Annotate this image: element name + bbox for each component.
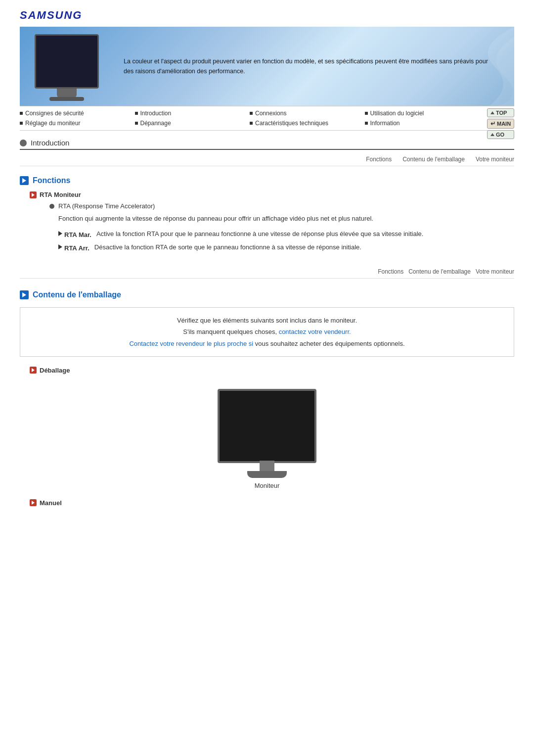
top-button-label: TOP [496, 110, 507, 116]
deballage-title-text: Déballage [40, 367, 70, 374]
rta-item-text: RTA (Response Time Accelerator) [58, 202, 155, 210]
page-tab-label: Introduction [31, 139, 69, 147]
rta-mar-item: RTA Mar. Active la fonction RTA pour que… [58, 229, 514, 240]
fonctions-title-text: Fonctions [33, 176, 70, 185]
sub-nav-sep-2 [469, 156, 471, 163]
section-contenu: Contenu de l'emballage [20, 290, 514, 299]
nav-item-caracteristiques[interactable]: Caractéristiques techniques [250, 119, 365, 127]
sub-nav-contenu-link[interactable]: Contenu de l'emballage [402, 156, 465, 163]
nav-label-connexions: Connexions [255, 110, 286, 117]
nav-label-introduction: Introduction [140, 110, 172, 117]
nav-bullet-6 [250, 122, 253, 125]
info-box: Vérifiez que les éléments suivants sont … [20, 307, 514, 357]
rta-mar-label: RTA Mar. [64, 230, 91, 240]
nav-label-information: Information [370, 120, 400, 127]
bottom-sub-nav-1: Fonctions Contenu de l'emballage Votre m… [20, 268, 514, 279]
nav-bullet-5 [250, 112, 253, 115]
main-icon: ↵ [490, 120, 495, 127]
bottom-nav-sep-2 [472, 268, 474, 275]
sub-nav-top: Fonctions Contenu de l'emballage Votre m… [20, 156, 514, 166]
contenu-title-text: Contenu de l'emballage [33, 290, 121, 299]
page-tab-row: Introduction [20, 139, 514, 150]
banner-monitor-screen [35, 34, 99, 89]
nav-bullet-4 [135, 122, 138, 125]
rta-moniteur-title-text: RTA Moniteur [40, 191, 81, 198]
rta-subsection: RTA Moniteur RTA (Response Time Accelera… [30, 191, 514, 253]
main-button-label: MAIN [497, 121, 511, 127]
deballage-subsection: Déballage [30, 367, 514, 374]
nav-col-2: Introduction Dépannage [135, 109, 250, 127]
rta-arrow-list: RTA Mar. Active la fonction RTA pour que… [58, 229, 514, 253]
nav-bullet-1 [20, 112, 23, 115]
banner: La couleur et l'aspect du produit peuven… [20, 27, 514, 106]
nav-label-consignes: Consignes de sécurité [25, 110, 84, 117]
rta-bullet [49, 204, 54, 209]
top-button[interactable]: TOP [487, 108, 514, 117]
rta-mar-marker: RTA Mar. [58, 229, 91, 240]
bottom-nav-contenu-link[interactable]: Contenu de l'emballage [408, 268, 471, 275]
rta-mar-arrow-icon [58, 231, 62, 236]
bottom-nav-sep-1 [405, 268, 407, 275]
main-button[interactable]: ↵ MAIN [487, 119, 514, 129]
section-fonctions: Fonctions RTA Moniteur RTA (Response Tim… [20, 176, 514, 253]
sub-nav-sep-1 [397, 156, 398, 163]
rta-arr-content: Désactive la fonction RTA de sorte que l… [94, 242, 514, 253]
manuel-title-row: Manuel [30, 499, 514, 507]
nav-item-connexions[interactable]: Connexions [250, 109, 365, 117]
nav-item-information[interactable]: Information [365, 119, 480, 127]
contact-reseller-link[interactable]: Contactez votre revendeur le plus proche… [129, 340, 253, 347]
bottom-nav-moniteur-link[interactable]: Votre moniteur [476, 268, 514, 275]
sub-nav-fonctions-link[interactable]: Fonctions [366, 156, 392, 163]
rta-moniteur-title-row: RTA Moniteur [30, 191, 514, 198]
banner-decoration [415, 27, 514, 106]
nav-item-depannage[interactable]: Dépannage [135, 119, 250, 127]
deballage-title-row: Déballage [30, 367, 514, 374]
rta-description: Fonction qui augmente la vitesse de répo… [58, 214, 514, 224]
info-line-3: Contactez votre revendeur le plus proche… [30, 338, 504, 349]
nav-label-caracteristiques: Caractéristiques techniques [255, 120, 328, 127]
info-line-1: Vérifiez que les éléments suivants sont … [30, 315, 504, 326]
rta-arr-arrow-icon [58, 244, 62, 249]
rta-arr-marker: RTA Arr. [58, 242, 89, 253]
nav-item-consignes[interactable]: Consignes de sécurité [20, 109, 135, 117]
go-arrow-icon [490, 133, 494, 136]
info-line-2: S'ils manquent quelques choses, contacte… [30, 326, 504, 337]
contenu-section-icon [20, 290, 29, 299]
monitor-image-container: Moniteur [0, 389, 534, 489]
fonctions-section-icon [20, 176, 29, 185]
contenu-title-row: Contenu de l'emballage [20, 290, 514, 299]
monitor-stand-base [247, 471, 287, 478]
page-tab-icon [20, 140, 27, 146]
nav-col-3: Connexions Caractéristiques techniques [250, 109, 365, 127]
nav-bullet-3 [135, 112, 138, 115]
section-deballage: Déballage [20, 367, 514, 374]
sub-nav-moniteur-link[interactable]: Votre moniteur [476, 156, 514, 163]
bottom-nav-fonctions-link[interactable]: Fonctions [378, 268, 403, 275]
navigation-bar: Consignes de sécurité Réglage du moniteu… [20, 106, 514, 131]
go-button-label: GO [496, 132, 504, 138]
top-arrow-icon [490, 111, 494, 114]
nav-bullet-8 [365, 122, 368, 125]
nav-label-reglage: Réglage du moniteur [25, 120, 80, 127]
rta-item: RTA (Response Time Accelerator) [49, 202, 514, 210]
manuel-subsection: Manuel [30, 499, 514, 507]
samsung-logo: SAMSUNG [20, 9, 514, 22]
rta-arr-item: RTA Arr. Désactive la fonction RTA de so… [58, 242, 514, 253]
manuel-icon [30, 499, 37, 506]
nav-label-depannage: Dépannage [140, 120, 171, 127]
banner-monitor-image [30, 32, 109, 101]
rta-arr-label: RTA Arr. [64, 243, 89, 253]
fonctions-title-row: Fonctions [20, 176, 514, 185]
manuel-title-text: Manuel [40, 499, 62, 507]
nav-label-utilisation: Utilisation du logiciel [370, 110, 424, 117]
rta-mar-content: Active la fonction RTA pour que le panne… [96, 229, 514, 240]
contact-vendor-link[interactable]: contactez votre vendeurr. [279, 328, 351, 335]
nav-item-introduction[interactable]: Introduction [135, 109, 250, 117]
nav-item-utilisation[interactable]: Utilisation du logiciel [365, 109, 480, 117]
banner-monitor-base [49, 97, 84, 101]
nav-item-reglage[interactable]: Réglage du moniteur [20, 119, 135, 127]
nav-col-1: Consignes de sécurité Réglage du moniteu… [20, 109, 135, 127]
go-button[interactable]: GO [487, 130, 514, 139]
monitor-screen [218, 389, 316, 463]
monitor-illustration [213, 389, 321, 478]
